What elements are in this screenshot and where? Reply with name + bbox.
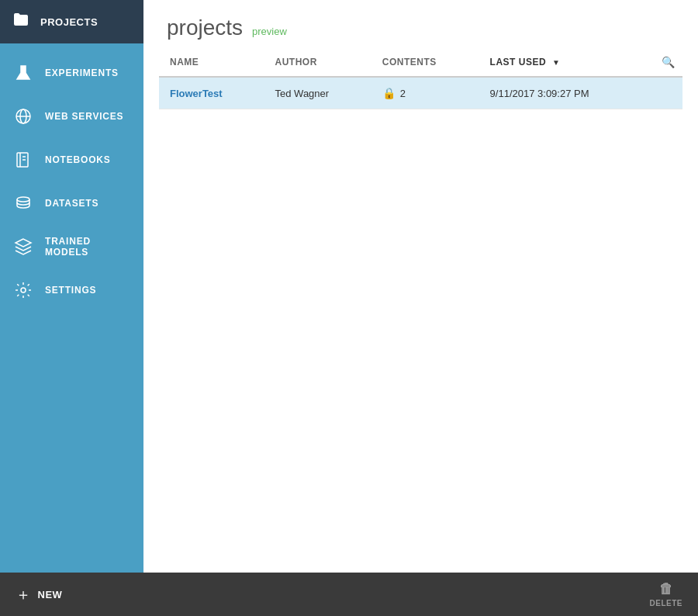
project-name[interactable]: FlowerTest <box>159 77 264 109</box>
projects-table: NAME AUTHOR CONTENTS LAST USED ▼ 🔍 <box>159 48 682 109</box>
new-button-label: NEW <box>38 589 63 600</box>
gear-icon <box>12 279 34 301</box>
svg-point-8 <box>21 288 26 292</box>
sidebar-item-web-services-label: WEB SERVICES <box>45 111 123 122</box>
lock-icon: 🔒 <box>382 87 396 99</box>
datasets-icon <box>12 192 34 214</box>
globe-icon <box>12 106 34 127</box>
project-contents: 🔒 2 <box>371 77 479 109</box>
plus-icon: ＋ <box>16 584 32 605</box>
sidebar-item-trained-models[interactable]: TRAINED MODELS <box>0 225 143 268</box>
notebook-icon <box>12 149 34 171</box>
page-badge: preview <box>252 26 287 37</box>
sidebar-nav: EXPERIMENTS WEB SERVICES <box>0 43 143 573</box>
contents-count: 2 <box>400 88 406 99</box>
sidebar-item-settings[interactable]: SETTINGS <box>0 268 143 312</box>
col-author[interactable]: AUTHOR <box>264 48 371 77</box>
col-name[interactable]: NAME <box>159 48 264 77</box>
sidebar-item-notebooks-label: NOTEBOOKS <box>45 154 111 165</box>
project-last-used: 9/11/2017 3:09:27 PM <box>479 77 651 109</box>
sort-down-icon: ▼ <box>552 58 560 67</box>
sidebar-item-experiments[interactable]: EXPERIMENTS <box>0 51 143 95</box>
flask-icon <box>12 62 34 84</box>
sidebar-item-settings-label: SETTINGS <box>45 285 96 296</box>
main-content: projects preview NAME AUTHOR CONTENTS LA… <box>143 0 698 573</box>
svg-point-7 <box>17 197 29 202</box>
sidebar-item-datasets-label: DATASETS <box>45 198 98 209</box>
sidebar-item-web-services[interactable]: WEB SERVICES <box>0 95 143 138</box>
sidebar-item-experiments-label: EXPERIMENTS <box>45 67 119 78</box>
bottom-bar: ＋ NEW 🗑 DELETE <box>0 573 698 616</box>
col-last-used[interactable]: LAST USED ▼ <box>479 48 651 77</box>
search-icon[interactable]: 🔍 <box>662 56 676 68</box>
projects-table-container: NAME AUTHOR CONTENTS LAST USED ▼ 🔍 <box>143 48 698 573</box>
sidebar-item-trained-models-label: TRAINED MODELS <box>45 236 131 258</box>
new-button[interactable]: ＋ NEW <box>16 584 62 605</box>
sidebar-item-notebooks[interactable]: NOTEBOOKS <box>0 138 143 182</box>
cube-icon <box>12 236 34 258</box>
folder-icon <box>12 10 31 33</box>
sidebar-item-datasets[interactable]: DATASETS <box>0 182 143 225</box>
table-row[interactable]: FlowerTest Ted Wagner 🔒 2 9/11/2017 3:09… <box>159 77 682 109</box>
sidebar-header-label: PROJECTS <box>40 16 98 28</box>
page-title: projects <box>167 16 243 40</box>
delete-button-label: DELETE <box>650 599 682 607</box>
project-author: Ted Wagner <box>264 77 371 109</box>
page-header: projects preview <box>143 0 698 48</box>
sidebar-header[interactable]: PROJECTS <box>0 0 143 43</box>
delete-button[interactable]: 🗑 DELETE <box>650 581 682 607</box>
trash-icon: 🗑 <box>659 581 674 597</box>
search-icon-th[interactable]: 🔍 <box>651 48 683 77</box>
col-contents[interactable]: CONTENTS <box>371 48 479 77</box>
sidebar: PROJECTS EXPERIMENTS <box>0 0 143 573</box>
